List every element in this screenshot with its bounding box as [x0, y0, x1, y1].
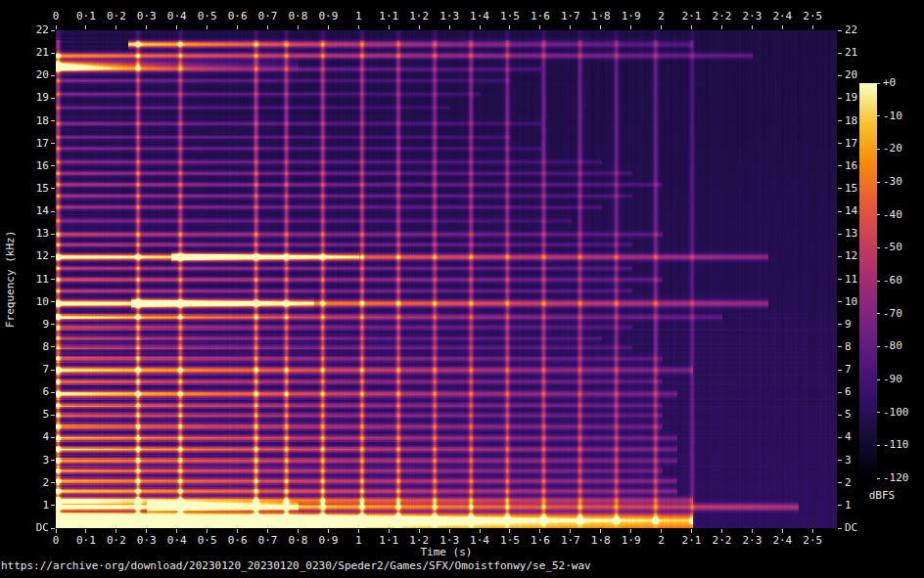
y-tick-label: 19: [845, 92, 857, 104]
x-tick-mark: [389, 25, 390, 29]
x-tick-mark: [782, 25, 783, 29]
x-tick-label: 1·3: [439, 11, 459, 22]
x-tick-label: 2·5: [803, 535, 822, 547]
x-tick-mark: [56, 529, 57, 533]
x-tick-label: 1·1: [379, 11, 398, 22]
colorbar-tick-mark: [877, 83, 880, 84]
x-tick-mark: [661, 529, 662, 533]
y-tick-mark: [838, 482, 842, 483]
y-tick-mark: [51, 505, 55, 506]
spectrogram-screen: Frequency (kHz) Time (s) dBFS https://ar…: [0, 0, 924, 578]
x-tick-label: 2·5: [803, 11, 822, 22]
x-tick-mark: [721, 25, 722, 29]
x-tick-mark: [691, 529, 692, 533]
x-tick-label: 1·8: [591, 535, 611, 547]
x-tick-label: 1·4: [470, 535, 489, 547]
x-tick-label: 1·6: [531, 11, 550, 22]
x-tick-label: 0·3: [137, 535, 157, 547]
colorbar-tick-mark: [877, 214, 880, 215]
y-tick-mark: [838, 211, 842, 212]
y-tick-label: 16: [22, 160, 49, 172]
y-tick-label: 3: [22, 455, 49, 467]
x-tick-mark: [267, 25, 268, 29]
x-tick-label: 0·8: [289, 535, 308, 547]
x-tick-label: 1·2: [409, 11, 429, 22]
x-tick-label: 1·4: [470, 11, 489, 22]
x-tick-mark: [539, 529, 540, 533]
colorbar-canvas: [859, 83, 877, 478]
y-tick-mark: [51, 437, 55, 438]
x-tick-mark: [328, 25, 329, 29]
x-tick-label: 0·7: [258, 11, 278, 22]
y-tick-mark: [838, 30, 842, 31]
colorbar-tick-mark: [877, 478, 880, 479]
y-tick-mark: [838, 279, 842, 280]
x-tick-mark: [812, 25, 813, 29]
y-tick-mark: [838, 75, 842, 76]
y-tick-mark: [838, 460, 842, 461]
y-tick-mark: [838, 301, 842, 302]
x-tick-label: 0: [53, 11, 60, 22]
x-tick-label: 1: [355, 11, 362, 22]
y-tick-mark: [838, 120, 842, 121]
y-tick-label: 18: [22, 115, 49, 127]
x-tick-label: 2·1: [682, 535, 702, 547]
x-tick-mark: [721, 529, 722, 533]
colorbar-tick-mark: [877, 379, 880, 380]
y-tick-mark: [838, 528, 842, 529]
x-tick-mark: [691, 25, 692, 29]
colorbar-tick-mark: [877, 149, 880, 150]
y-tick-mark: [838, 143, 842, 144]
x-tick-mark: [298, 529, 299, 533]
x-tick-label: 1·2: [409, 535, 429, 547]
y-tick-mark: [51, 301, 55, 302]
x-tick-mark: [812, 529, 813, 533]
y-tick-mark: [838, 98, 842, 99]
y-tick-label: 5: [845, 409, 852, 421]
x-tick-label: 0·8: [289, 11, 308, 22]
x-tick-mark: [358, 529, 359, 533]
y-tick-label: 13: [22, 228, 49, 240]
y-tick-label: 22: [22, 24, 49, 36]
y-tick-mark: [838, 392, 842, 393]
y-tick-mark: [838, 165, 842, 166]
x-tick-label: 0·6: [228, 11, 248, 22]
y-tick-mark: [51, 211, 55, 212]
x-tick-mark: [570, 25, 571, 29]
x-tick-mark: [509, 25, 510, 29]
y-tick-label: 5: [22, 409, 49, 421]
x-tick-mark: [207, 529, 208, 533]
x-tick-mark: [267, 529, 268, 533]
x-tick-mark: [449, 25, 450, 29]
x-tick-label: 2·2: [713, 535, 732, 547]
y-tick-label: 4: [845, 431, 852, 443]
x-tick-mark: [298, 25, 299, 29]
y-tick-label: 11: [845, 274, 857, 286]
x-tick-mark: [85, 529, 86, 533]
x-tick-mark: [480, 25, 481, 29]
y-tick-mark: [51, 53, 55, 54]
x-tick-mark: [207, 25, 208, 29]
y-tick-label: 8: [22, 341, 49, 353]
colorbar-tick-label: -40: [883, 209, 902, 221]
colorbar-tick-label: -120: [883, 472, 909, 484]
x-tick-label: 0·4: [167, 11, 187, 22]
x-tick-label: 1·8: [591, 11, 611, 22]
x-tick-label: 1: [355, 535, 362, 547]
y-tick-label: 3: [845, 455, 852, 467]
y-tick-mark: [51, 234, 55, 235]
y-tick-label: 12: [22, 250, 49, 262]
x-tick-mark: [85, 25, 86, 29]
y-tick-mark: [51, 98, 55, 99]
x-tick-label: 0·1: [76, 535, 96, 547]
x-tick-mark: [630, 25, 631, 29]
x-tick-mark: [570, 529, 571, 533]
x-tick-mark: [752, 529, 753, 533]
y-tick-label: 16: [845, 160, 857, 172]
x-tick-label: 0·9: [318, 11, 338, 22]
y-tick-mark: [51, 482, 55, 483]
y-tick-mark: [51, 415, 55, 416]
y-tick-label: 12: [845, 250, 857, 262]
y-tick-label: 22: [845, 24, 857, 36]
y-tick-mark: [838, 370, 842, 371]
